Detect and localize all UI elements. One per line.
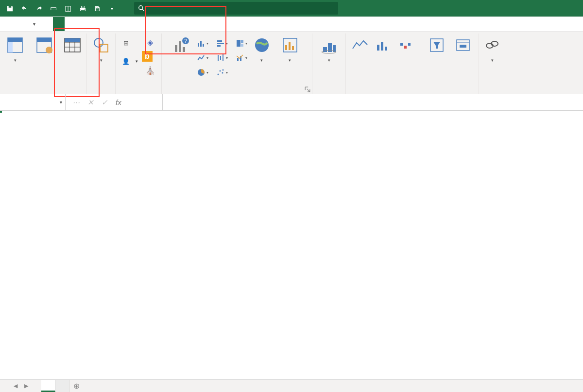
- recommended-charts-button[interactable]: ?: [168, 34, 193, 58]
- column-chart-button[interactable]: ▾: [194, 36, 211, 50]
- sparkline-column-button[interactable]: [372, 34, 394, 58]
- redo-button[interactable]: [32, 2, 46, 15]
- treemap-chart-button[interactable]: ▾: [233, 36, 250, 50]
- qat-icon-3[interactable]: 🖶: [76, 2, 89, 15]
- search-box[interactable]: [134, 2, 338, 15]
- qat-icon-1[interactable]: ▭: [47, 2, 60, 15]
- tab-newtab[interactable]: [41, 17, 53, 31]
- qat-customize-button[interactable]: ▾: [105, 2, 119, 15]
- svg-point-40: [255, 38, 269, 52]
- tab-template[interactable]: ▾: [26, 17, 41, 31]
- name-box[interactable]: ▼: [0, 94, 66, 110]
- tab-pdf[interactable]: [146, 17, 158, 31]
- formula-bar-row: ▼ ⋯ ✕ ✓ fx: [0, 94, 583, 111]
- bar-chart-button[interactable]: ▾: [214, 36, 230, 50]
- svg-rect-22: [200, 41, 202, 47]
- pivot-table-button[interactable]: ▾: [3, 34, 27, 63]
- svg-rect-49: [377, 45, 379, 51]
- shapes-icon: [91, 34, 111, 56]
- charts-launcher-icon[interactable]: [305, 86, 310, 92]
- ribbon: ▾ ▾ ⊞ 👤▾: [0, 31, 583, 94]
- chart-type-grid: ▾ ▾ ▾ ▾ ▾ ▾ ▾ ▾: [194, 34, 250, 79]
- svg-point-7: [46, 47, 52, 53]
- bing-addin-icon[interactable]: b: [142, 51, 153, 62]
- pie-chart-button[interactable]: ▾: [194, 66, 211, 79]
- name-box-dropdown-icon[interactable]: ▼: [59, 100, 63, 105]
- sparkline-line-icon: [350, 34, 370, 56]
- group-filters: [421, 34, 479, 94]
- svg-line-1: [142, 9, 144, 11]
- svg-rect-54: [408, 43, 411, 46]
- sheet-tab-2[interactable]: [55, 380, 69, 392]
- tab-view[interactable]: [111, 17, 123, 31]
- svg-rect-23: [203, 44, 204, 47]
- sheet-nav-prev-icon[interactable]: ◀: [14, 383, 17, 389]
- tab-help[interactable]: [135, 17, 146, 31]
- scatter-chart-button[interactable]: ▾: [214, 66, 230, 79]
- tab-dev[interactable]: [123, 17, 135, 31]
- svg-rect-53: [404, 46, 407, 49]
- timeline-icon: [453, 34, 473, 56]
- svg-rect-18: [183, 47, 185, 52]
- sheet-nav[interactable]: ◀▶: [0, 383, 41, 389]
- people-addin-icon[interactable]: ⛪: [142, 64, 158, 77]
- illustrations-button[interactable]: ▾: [90, 34, 112, 63]
- stock-chart-button[interactable]: ▾: [214, 51, 230, 65]
- 3d-map-button[interactable]: ▾: [315, 34, 343, 63]
- sparkline-winloss-button[interactable]: [395, 34, 418, 58]
- qat-icon-4[interactable]: 🗎: [90, 2, 104, 15]
- enter-icon[interactable]: ✓: [102, 98, 108, 107]
- timeline-button[interactable]: [450, 34, 476, 58]
- group-tours: ▾: [312, 34, 346, 94]
- svg-rect-42: [285, 45, 287, 50]
- map-chart-button[interactable]: ▾: [251, 34, 273, 63]
- svg-rect-26: [217, 45, 221, 47]
- svg-rect-28: [241, 40, 243, 43]
- recommended-pivot-button[interactable]: [28, 34, 60, 58]
- line-chart-button[interactable]: ▾: [194, 51, 211, 65]
- svg-rect-16: [175, 45, 177, 52]
- pivot-chart-icon: [280, 34, 300, 56]
- cancel-icon[interactable]: ✕: [87, 98, 94, 107]
- tab-review[interactable]: [100, 17, 111, 31]
- table-button[interactable]: [61, 34, 84, 58]
- table-icon: [63, 34, 82, 56]
- visio-addin-icon[interactable]: ◈: [142, 35, 158, 49]
- save-button[interactable]: [3, 2, 17, 15]
- new-sheet-button[interactable]: ⊕: [69, 381, 83, 391]
- recommended-charts-icon: ?: [171, 34, 190, 56]
- pivot-chart-button[interactable]: ▾: [274, 34, 306, 63]
- my-addins-button[interactable]: 👤▾: [119, 55, 141, 68]
- qat-icon-2[interactable]: ◫: [61, 2, 75, 15]
- slicer-button[interactable]: [424, 34, 449, 58]
- svg-point-39: [222, 69, 223, 71]
- tab-formula[interactable]: [76, 17, 88, 31]
- link-button[interactable]: ▾: [482, 34, 502, 63]
- svg-rect-59: [460, 45, 466, 48]
- formula-expand-icon[interactable]: ⋯: [72, 98, 80, 107]
- name-box-input[interactable]: [4, 98, 61, 107]
- tab-data[interactable]: [88, 17, 100, 31]
- person-icon: 👤: [121, 57, 130, 66]
- get-addins-button[interactable]: ⊞: [119, 36, 141, 49]
- undo-button[interactable]: [17, 2, 31, 15]
- group-tables: ▾: [0, 34, 87, 94]
- sheet-nav-next-icon[interactable]: ▶: [24, 383, 28, 389]
- worksheet-grid[interactable]: [0, 111, 583, 375]
- formula-input[interactable]: [163, 94, 583, 110]
- tab-power[interactable]: [158, 17, 170, 31]
- svg-rect-43: [289, 42, 291, 50]
- sparkline-line-button[interactable]: [349, 34, 371, 58]
- combo-chart-button[interactable]: ▾: [233, 51, 250, 65]
- sheet-tab-bar: ◀▶ ⊕: [0, 379, 583, 392]
- fx-icon[interactable]: fx: [116, 98, 121, 106]
- tab-file[interactable]: [3, 17, 15, 31]
- 3d-map-icon: [319, 34, 339, 56]
- svg-rect-29: [241, 44, 243, 47]
- group-illustrations: ▾: [87, 34, 116, 94]
- tab-insert[interactable]: [53, 17, 65, 31]
- tab-layout[interactable]: [65, 17, 76, 31]
- search-input[interactable]: [149, 4, 334, 13]
- sheet-tab-1[interactable]: [41, 380, 55, 392]
- tab-home[interactable]: [15, 17, 26, 31]
